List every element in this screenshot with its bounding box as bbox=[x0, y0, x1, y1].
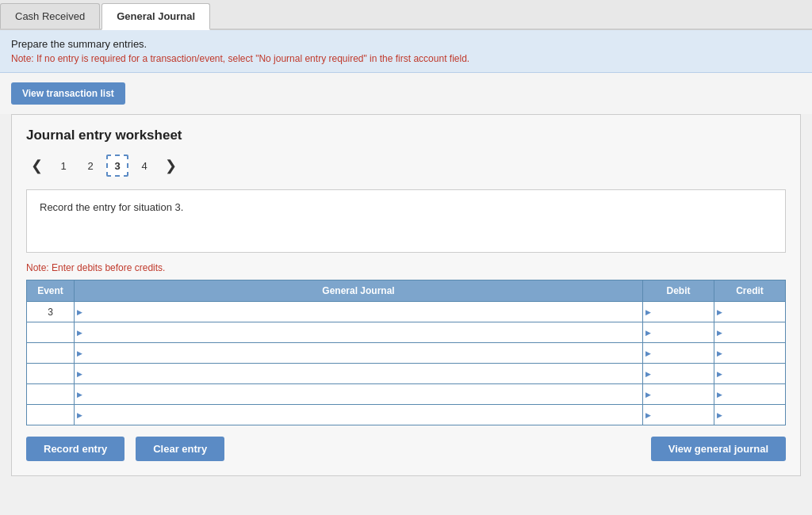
debit-cell-2[interactable] bbox=[643, 343, 714, 364]
view-transaction-list-button[interactable]: View transaction list bbox=[11, 82, 125, 105]
toolbar: View transaction list bbox=[0, 73, 812, 114]
header-credit: Credit bbox=[714, 280, 786, 302]
header-general-journal: General Journal bbox=[75, 280, 643, 302]
next-page-button[interactable]: ❯ bbox=[160, 155, 182, 176]
prev-page-button[interactable]: ❮ bbox=[26, 155, 48, 176]
situation-box: Record the entry for situation 3. bbox=[26, 189, 786, 253]
event-cell-3 bbox=[27, 364, 75, 384]
page-1-button[interactable]: 1 bbox=[52, 154, 75, 177]
page-2-button[interactable]: 2 bbox=[79, 154, 102, 177]
debit-input-3[interactable] bbox=[643, 364, 714, 383]
debit-input-4[interactable] bbox=[643, 384, 714, 404]
debits-note: Note: Enter debits before credits. bbox=[26, 262, 786, 273]
debit-input-2[interactable] bbox=[643, 343, 714, 363]
credit-cell-3[interactable] bbox=[714, 364, 786, 384]
bottom-buttons: Record entry Clear entry View general jo… bbox=[26, 437, 786, 461]
gj-cell-3[interactable] bbox=[75, 364, 643, 384]
record-entry-button[interactable]: Record entry bbox=[26, 437, 124, 461]
event-cell-4 bbox=[27, 384, 75, 405]
debit-cell-3[interactable] bbox=[643, 364, 714, 384]
credit-input-0[interactable] bbox=[714, 302, 785, 322]
tab-general-journal[interactable]: General Journal bbox=[102, 3, 210, 30]
page-4-button[interactable]: 4 bbox=[133, 154, 155, 177]
gj-input-0[interactable] bbox=[75, 302, 642, 322]
worksheet-card: Journal entry worksheet ❮ 1 2 3 4 ❯ Reco… bbox=[11, 114, 801, 476]
worksheet-title: Journal entry worksheet bbox=[26, 128, 786, 143]
journal-table: Event General Journal Debit Credit 3 bbox=[26, 280, 786, 425]
credit-input-1[interactable] bbox=[714, 322, 785, 342]
gj-cell-2[interactable] bbox=[75, 343, 643, 364]
table-row bbox=[27, 322, 786, 343]
view-general-journal-button[interactable]: View general journal bbox=[651, 437, 786, 461]
debit-input-0[interactable] bbox=[643, 302, 714, 322]
table-row bbox=[27, 405, 786, 425]
gj-cell-5[interactable] bbox=[75, 405, 643, 425]
debit-input-1[interactable] bbox=[643, 322, 714, 342]
table-row: 3 bbox=[27, 302, 786, 322]
header-event: Event bbox=[27, 280, 75, 302]
info-banner: Prepare the summary entries. Note: If no… bbox=[0, 30, 812, 73]
gj-input-1[interactable] bbox=[75, 322, 642, 342]
credit-cell-1[interactable] bbox=[714, 322, 786, 343]
gj-input-2[interactable] bbox=[75, 343, 642, 363]
credit-cell-5[interactable] bbox=[714, 405, 786, 425]
credit-cell-4[interactable] bbox=[714, 384, 786, 405]
header-debit: Debit bbox=[643, 280, 714, 302]
banner-title: Prepare the summary entries. bbox=[11, 38, 801, 50]
debit-cell-1[interactable] bbox=[643, 322, 714, 343]
gj-input-5[interactable] bbox=[75, 405, 642, 425]
event-cell-2 bbox=[27, 343, 75, 364]
credit-input-5[interactable] bbox=[714, 405, 785, 425]
debit-cell-4[interactable] bbox=[643, 384, 714, 405]
gj-cell-1[interactable] bbox=[75, 322, 643, 343]
banner-note: Note: If no entry is required for a tran… bbox=[11, 53, 801, 64]
situation-text: Record the entry for situation 3. bbox=[40, 201, 183, 213]
debit-cell-5[interactable] bbox=[643, 405, 714, 425]
table-row bbox=[27, 343, 786, 364]
credit-cell-0[interactable] bbox=[714, 302, 786, 322]
tab-cash-received[interactable]: Cash Received bbox=[0, 3, 100, 29]
event-cell-1 bbox=[27, 322, 75, 343]
debit-input-5[interactable] bbox=[643, 405, 714, 425]
clear-entry-button[interactable]: Clear entry bbox=[136, 437, 224, 461]
credit-input-3[interactable] bbox=[714, 364, 785, 383]
page-3-button[interactable]: 3 bbox=[106, 154, 128, 177]
credit-input-2[interactable] bbox=[714, 343, 785, 363]
event-cell-0: 3 bbox=[27, 302, 75, 322]
credit-cell-2[interactable] bbox=[714, 343, 786, 364]
gj-cell-0[interactable] bbox=[75, 302, 643, 322]
table-row bbox=[27, 384, 786, 405]
gj-cell-4[interactable] bbox=[75, 384, 643, 405]
tabs-bar: Cash Received General Journal bbox=[0, 0, 812, 30]
pagination: ❮ 1 2 3 4 ❯ bbox=[26, 154, 786, 177]
table-row bbox=[27, 364, 786, 384]
gj-input-4[interactable] bbox=[75, 384, 642, 404]
event-cell-5 bbox=[27, 405, 75, 425]
credit-input-4[interactable] bbox=[714, 384, 785, 404]
gj-input-3[interactable] bbox=[75, 364, 642, 383]
debit-cell-0[interactable] bbox=[643, 302, 714, 322]
